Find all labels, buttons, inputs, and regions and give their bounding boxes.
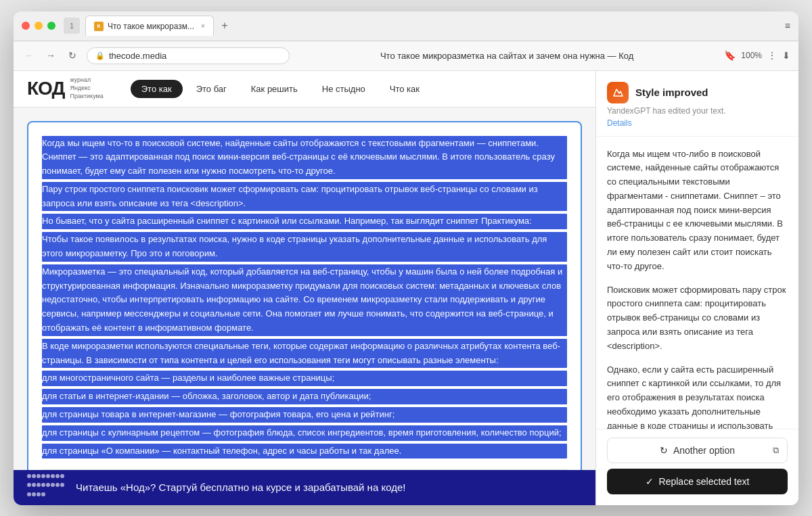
- page-title: Что такое микроразметка на сайтах и заче…: [296, 51, 717, 61]
- editor-paragraph-2: Пару строк простого сниппета поисковик м…: [42, 182, 567, 212]
- tab-close-button[interactable]: ×: [201, 22, 205, 30]
- nav-item-4[interactable]: Не стыдно: [311, 80, 376, 98]
- editor-paragraph-4: Чтобы такое появилось в результатах поис…: [42, 232, 567, 262]
- browser-window: 1 К Что такое микроразм... × + ≡ ← → ↻ 🔒…: [14, 11, 798, 505]
- traffic-lights: [22, 22, 55, 30]
- panel-subtitle: YandexGPT has edited your text.: [607, 106, 788, 116]
- forward-button[interactable]: →: [43, 48, 58, 63]
- editor-paragraph-7: для многостраничного сайта — разделы и н…: [42, 371, 567, 386]
- editor-paragraph-1: Когда мы ищем что-то в поисковой системе…: [42, 136, 567, 179]
- panel-footer: ↻ Another option ⧉ ✓ Replace selected te…: [596, 429, 798, 505]
- editor-paragraph-9: для страницы товара в интернет-магазине …: [42, 407, 567, 423]
- minimize-button[interactable]: [35, 22, 43, 30]
- replace-text-button[interactable]: ✓ Replace selected text: [607, 469, 788, 494]
- another-option-button[interactable]: ↻ Another option ⧉: [607, 438, 788, 463]
- titlebar: 1 К Что такое микроразм... × + ≡: [14, 11, 798, 41]
- panel-title: Style improved: [635, 87, 708, 98]
- editor-paragraph-10: для страницы с кулинарным рецептом — фот…: [42, 425, 567, 441]
- editor-paragraph-8: для статьи в интернет-издании — обложка,…: [42, 389, 567, 404]
- addressbar-actions: 🔖 100% ⋮ ⬇: [724, 50, 790, 61]
- zoom-level: 100%: [741, 51, 762, 60]
- panel-title-row: Style improved: [607, 82, 788, 103]
- nav-item-5[interactable]: Что как: [379, 80, 430, 98]
- tab-title: Что такое микроразм...: [108, 22, 194, 31]
- nav-item-1[interactable]: Это как: [131, 80, 183, 98]
- footer-pattern: [27, 474, 68, 501]
- panel-para-2: Поисковик может сформировать пару строк …: [607, 283, 788, 354]
- right-panel: Style improved YandexGPT has edited your…: [595, 71, 798, 505]
- site-logo[interactable]: КОД: [27, 78, 64, 99]
- refresh-icon: ↻: [660, 445, 668, 456]
- nav-item-2[interactable]: Это баг: [185, 80, 238, 98]
- replace-text-label: Replace selected text: [659, 476, 750, 487]
- editor-wrapper: Когда мы ищем что-то в поисковой системе…: [14, 108, 595, 470]
- another-option-label: Another option: [673, 445, 735, 456]
- nav-item-3[interactable]: Как решить: [240, 80, 309, 98]
- tab-favicon: К: [94, 22, 104, 31]
- lock-icon: 🔒: [95, 51, 105, 60]
- editor-box[interactable]: Когда мы ищем что-то в поисковой системе…: [27, 121, 582, 470]
- browser-tab[interactable]: К Что такое микроразм... ×: [85, 16, 214, 36]
- editor-paragraph-11: для страницы «О компании» — контактный т…: [42, 444, 567, 459]
- tab-counter[interactable]: 1: [64, 18, 80, 34]
- panel-logo-icon: [607, 82, 629, 103]
- window-menu-button[interactable]: ≡: [785, 20, 790, 31]
- panel-body: Когда мы ищем что-либо в поисковой систе…: [596, 137, 798, 429]
- logo-subtitle: журнал Яндекс Практикума: [70, 76, 103, 100]
- panel-header: Style improved YandexGPT has edited your…: [596, 71, 798, 137]
- download-icon[interactable]: ⬇: [782, 50, 790, 61]
- panel-para-3: Однако, если у сайта есть расширенный сн…: [607, 363, 788, 429]
- editor-paragraph-5: Микроразметка — это специальный код, кот…: [42, 264, 567, 336]
- site-footer: Читаешь «Нод»? Стартуй бесплатно на курс…: [14, 470, 595, 505]
- content-area: КОД журнал Яндекс Практикума Это как Это…: [14, 71, 798, 505]
- editor-paragraph-3: Но бывает, что у сайта расширенный снипп…: [42, 214, 567, 229]
- address-text: thecode.media: [109, 51, 166, 61]
- maximize-button[interactable]: [47, 22, 55, 30]
- site-nav: Это как Это баг Как решить Не стыдно Что…: [131, 80, 430, 98]
- more-options-icon[interactable]: ⋮: [767, 50, 777, 61]
- new-tab-button[interactable]: +: [217, 18, 233, 34]
- footer-text: Читаешь «Нод»? Стартуй бесплатно на курс…: [76, 482, 405, 493]
- back-button[interactable]: ←: [22, 48, 37, 63]
- address-box[interactable]: 🔒 thecode.media: [87, 47, 290, 64]
- panel-para-1: Когда мы ищем что-либо в поисковой систе…: [607, 147, 788, 274]
- bookmark-icon[interactable]: 🔖: [724, 50, 736, 61]
- addressbar: ← → ↻ 🔒 thecode.media Что такое микрораз…: [14, 41, 798, 71]
- logo-area: КОД журнал Яндекс Практикума: [27, 76, 104, 100]
- close-button[interactable]: [22, 22, 30, 30]
- site-header: КОД журнал Яндекс Практикума Это как Это…: [14, 71, 595, 108]
- site-area: КОД журнал Яндекс Практикума Это как Это…: [14, 71, 595, 505]
- tab-bar: 1 К Что такое микроразм... × +: [64, 16, 785, 36]
- reload-button[interactable]: ↻: [65, 48, 80, 63]
- panel-details-link[interactable]: Details: [607, 118, 788, 128]
- copy-icon[interactable]: ⧉: [773, 445, 779, 456]
- check-icon: ✓: [646, 476, 654, 487]
- editor-paragraph-6: В коде микроразметки используются специа…: [42, 339, 567, 369]
